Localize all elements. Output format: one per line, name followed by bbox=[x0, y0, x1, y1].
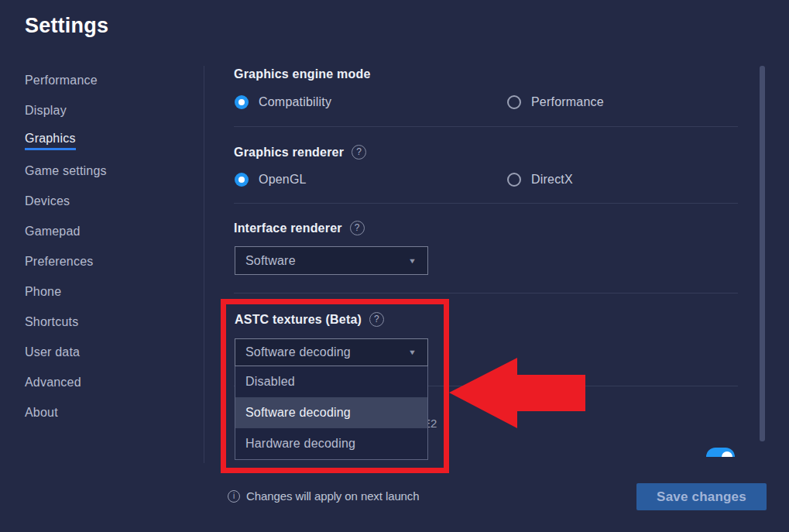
sidebar-item-graphics[interactable]: Graphics bbox=[25, 125, 180, 156]
interface-renderer-title: Interface renderer bbox=[234, 221, 342, 235]
radio-dot bbox=[238, 177, 245, 183]
sidebar-item-advanced[interactable]: Advanced bbox=[25, 367, 180, 397]
toggle-switch[interactable] bbox=[706, 448, 735, 457]
section-divider bbox=[234, 126, 738, 127]
sidebar-item-label: User data bbox=[25, 345, 80, 359]
radio-dot bbox=[238, 99, 245, 105]
sidebar-item-label: Gamepad bbox=[25, 225, 81, 239]
graphics-engine-mode-heading: Graphics engine mode bbox=[234, 67, 370, 81]
graphics-renderer-options: OpenGL DirectX bbox=[235, 173, 738, 187]
sidebar-item-label: Graphics bbox=[25, 132, 76, 150]
help-icon[interactable]: ? bbox=[369, 312, 384, 327]
sidebar-item-shortcuts[interactable]: Shortcuts bbox=[25, 307, 180, 337]
sidebar-item-label: Devices bbox=[25, 194, 70, 208]
select-value: Software bbox=[245, 254, 296, 268]
sidebar-item-about[interactable]: About bbox=[25, 397, 180, 427]
sidebar-item-gamepad[interactable]: Gamepad bbox=[25, 216, 180, 246]
section-divider bbox=[234, 293, 738, 293]
save-changes-button[interactable]: Save changes bbox=[636, 483, 767, 510]
chevron-down-icon: ▼ bbox=[408, 348, 417, 356]
sidebar-item-devices[interactable]: Devices bbox=[25, 186, 180, 216]
sidebar-item-label: Shortcuts bbox=[25, 315, 78, 329]
sidebar-item-phone[interactable]: Phone bbox=[25, 276, 180, 307]
sidebar-item-label: Preferences bbox=[25, 255, 93, 269]
info-icon: i bbox=[228, 490, 240, 503]
radio-label: DirectX bbox=[531, 173, 573, 187]
select-value: Software decoding bbox=[245, 345, 351, 359]
section-divider bbox=[234, 203, 738, 204]
sidebar-item-label: Game settings bbox=[25, 164, 107, 178]
radio-unselected-icon bbox=[507, 173, 521, 187]
radio-directx[interactable]: DirectX bbox=[507, 173, 573, 187]
radio-performance[interactable]: Performance bbox=[507, 95, 604, 109]
sidebar-item-user-data[interactable]: User data bbox=[25, 337, 180, 367]
sidebar-item-label: Phone bbox=[25, 285, 61, 299]
radio-compatibility[interactable]: Compatibility bbox=[235, 95, 507, 109]
settings-sidebar: Performance Display Graphics Game settin… bbox=[25, 65, 180, 427]
sidebar-item-label: Advanced bbox=[25, 376, 81, 390]
graphics-renderer-heading: Graphics renderer ? bbox=[234, 145, 366, 160]
option-hardware-decoding[interactable]: Hardware decoding bbox=[235, 428, 427, 459]
radio-label: Compatibility bbox=[259, 95, 331, 109]
option-disabled[interactable]: Disabled bbox=[235, 366, 427, 397]
astc-textures-select[interactable]: Software decoding ▼ bbox=[235, 338, 428, 366]
astc-dropdown-list: Disabled Software decoding Hardware deco… bbox=[235, 366, 428, 460]
sidebar-item-label: Performance bbox=[25, 74, 98, 88]
chevron-down-icon: ▼ bbox=[408, 256, 417, 264]
interface-renderer-select[interactable]: Software ▼ bbox=[235, 246, 428, 275]
graphics-engine-mode-title: Graphics engine mode bbox=[234, 67, 370, 81]
radio-opengl[interactable]: OpenGL bbox=[235, 173, 507, 187]
footer-note-text: Changes will apply on next launch bbox=[246, 489, 420, 503]
sidebar-item-game-settings[interactable]: Game settings bbox=[25, 156, 180, 186]
graphics-renderer-title: Graphics renderer bbox=[234, 146, 344, 160]
sidebar-content-divider bbox=[204, 66, 204, 463]
toggle-knob-icon bbox=[722, 451, 732, 457]
help-icon[interactable]: ? bbox=[350, 221, 365, 235]
footer-note: i Changes will apply on next launch bbox=[228, 489, 420, 503]
radio-selected-icon bbox=[235, 173, 249, 187]
radio-selected-icon bbox=[235, 95, 249, 109]
astc-textures-heading: ASTC textures (Beta) ? bbox=[235, 312, 384, 327]
sidebar-item-display[interactable]: Display bbox=[25, 95, 180, 125]
vertical-scrollbar[interactable] bbox=[760, 66, 765, 441]
radio-label: Performance bbox=[531, 95, 604, 109]
interface-renderer-heading: Interface renderer ? bbox=[234, 221, 365, 235]
sidebar-item-label: Display bbox=[25, 104, 67, 118]
radio-label: OpenGL bbox=[259, 173, 307, 187]
help-icon[interactable]: ? bbox=[352, 145, 366, 160]
astc-textures-title: ASTC textures (Beta) bbox=[235, 313, 362, 327]
sidebar-item-preferences[interactable]: Preferences bbox=[25, 246, 180, 276]
toggle-pill bbox=[706, 448, 735, 457]
page-title: Settings bbox=[25, 14, 108, 38]
radio-unselected-icon bbox=[507, 95, 521, 109]
option-software-decoding[interactable]: Software decoding bbox=[235, 397, 427, 428]
sidebar-item-label: About bbox=[25, 406, 58, 420]
settings-window: Settings Performance Display Graphics Ga… bbox=[0, 0, 789, 532]
graphics-engine-mode-options: Compatibility Performance bbox=[235, 95, 738, 109]
sidebar-item-performance[interactable]: Performance bbox=[25, 65, 180, 95]
